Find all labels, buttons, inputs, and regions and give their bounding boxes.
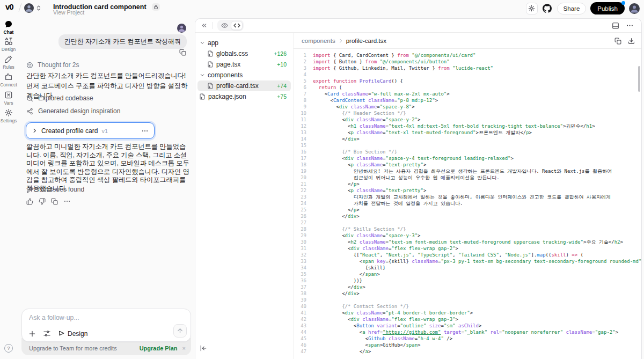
file-name: profile-card.tsx: [216, 82, 259, 90]
nodes-icon: [26, 108, 33, 115]
file-name: package.json: [208, 93, 246, 100]
divider: [19, 3, 22, 12]
upgrade-text: Upgrade to Team for more credits: [29, 345, 117, 351]
file-plus-icon: [199, 93, 206, 100]
thought-row[interactable]: Thought for 2s: [26, 61, 79, 69]
help-button[interactable]: ?: [4, 344, 13, 353]
breadcrumb-file[interactable]: profile-card.tsx: [346, 38, 386, 44]
dismiss-upgrade-button[interactable]: ×: [182, 345, 186, 351]
copy-icon[interactable]: [51, 198, 58, 205]
preview-toggle-button[interactable]: [218, 21, 230, 30]
v0-logo[interactable]: v0: [5, 2, 13, 11]
file-name: page.tsx: [216, 61, 240, 68]
breadcrumb-bar: components profile-card.tsx: [294, 33, 641, 49]
file-tree: app globals.css +126 page.tsx +10 compon…: [195, 33, 293, 359]
publish-button[interactable]: Publish: [590, 2, 625, 14]
code-line: 18 <p className="text-pretty">: [294, 162, 641, 168]
cursor-flag-icon: [58, 330, 65, 337]
code-line: 43 <Button variant="outline" size="sm" a…: [294, 323, 641, 329]
composer: Design: [21, 309, 191, 342]
tree-file-page-tsx[interactable]: page.tsx +10: [197, 59, 291, 70]
user-message-avatar: [177, 24, 186, 33]
code-line: 34 {skill}: [294, 265, 641, 271]
chat-panel: 간단한 자기소개 카드 컴포넌트 작성해줘 Thought for 2s 간단한…: [17, 16, 195, 359]
sidebar-item-settings[interactable]: Settings: [0, 108, 17, 123]
shapes-icon: [4, 37, 13, 46]
share-button[interactable]: Share: [557, 3, 587, 14]
arrow-up-icon: [177, 327, 184, 334]
variable-icon: [4, 91, 13, 99]
design-mode-button[interactable]: Design: [58, 330, 87, 338]
sidebar-label: Settings: [0, 118, 17, 123]
sidebar-item-design[interactable]: Design: [0, 37, 17, 52]
lock-icon[interactable]: [152, 3, 160, 11]
chevron-up-down-icon[interactable]: [35, 4, 42, 12]
tree-folder-components[interactable]: components: [197, 70, 291, 80]
created-profile-card-task[interactable]: Created profile card v1: [26, 122, 155, 139]
scrollbar-thumb[interactable]: [638, 66, 640, 92]
notification-dot: [621, 1, 625, 5]
ellipsis-icon[interactable]: [626, 21, 634, 30]
copy-code-icon[interactable]: [614, 38, 621, 45]
sidebar-label: Rules: [0, 64, 17, 70]
code-toggle-button[interactable]: [231, 21, 243, 30]
tree-file-package-json[interactable]: package.json +75: [197, 91, 291, 102]
code-line: 32 {["React", "Next.js", "TypeScript", "…: [294, 252, 641, 258]
code-line: 11 <div className="space-y-2">: [294, 116, 641, 123]
breadcrumb-folder[interactable]: components: [302, 38, 335, 44]
sidebar-item-chat[interactable]: Chat: [0, 20, 17, 35]
code-line: 17 <div className="space-y-4 text-foregr…: [294, 155, 641, 162]
tree-file-profile-card-tsx[interactable]: profile-card.tsx +74: [197, 80, 291, 91]
workbench-panel: app globals.css +126 page.tsx +10 compon…: [195, 18, 642, 359]
workspace-avatar[interactable]: [24, 3, 34, 13]
collapse-sidebar-button[interactable]: [201, 22, 208, 29]
view-project-link[interactable]: View Project: [53, 9, 84, 16]
step-explored-codebase[interactable]: Explored codebase: [26, 94, 93, 102]
code-line: 5export function ProfileCard() {: [294, 78, 641, 84]
folder-name: components: [208, 71, 243, 79]
code-line: 4: [294, 71, 641, 78]
followup-input[interactable]: [29, 314, 182, 325]
diff-badge: +75: [277, 93, 291, 100]
code-line: 33 <span key={skill} className="px-3 py-…: [294, 258, 641, 265]
code-line: 19 안녕하세요! 저는 사용자 경험을 최우선으로 생각하는 프론트엔드 개발…: [294, 168, 641, 174]
publish-label: Publish: [597, 5, 618, 12]
collapse-panel-button[interactable]: [200, 345, 207, 352]
send-button[interactable]: [173, 324, 187, 338]
search-icon: [26, 95, 33, 102]
diff-badge: +74: [277, 83, 291, 89]
tree-file-globals-css[interactable]: globals.css +126: [197, 48, 291, 59]
copy-message-button[interactable]: [179, 49, 186, 56]
collapse-left-icon: [200, 345, 207, 352]
github-button[interactable]: [542, 3, 553, 14]
user-avatar[interactable]: [629, 3, 640, 14]
sliders-icon[interactable]: [43, 329, 51, 338]
download-icon[interactable]: [628, 38, 635, 45]
sidebar-item-connect[interactable]: Connect: [0, 72, 17, 87]
more-icon[interactable]: [63, 197, 71, 205]
sidebar-item-rules[interactable]: Rules: [0, 55, 17, 70]
eye-icon: [221, 22, 228, 29]
step-label: Generated design inspiration: [38, 107, 120, 115]
panel-layout-icon[interactable]: [612, 22, 619, 30]
code-line: 2import { Button } from "@/components/ui…: [294, 58, 641, 65]
user-message-bubble: 간단한 자기소개 카드 컴포넌트 작성해줘: [58, 34, 187, 49]
settings-button[interactable]: [526, 3, 538, 14]
file-plus-icon: [207, 61, 214, 68]
topbar: v0 Introduction card component View Proj…: [0, 0, 644, 16]
upgrade-plan-link[interactable]: Upgrade Plan: [140, 345, 178, 351]
code-line: 31 <div className="flex flex-wrap gap-2"…: [294, 245, 641, 252]
sidebar-item-vars[interactable]: Vars: [0, 91, 17, 106]
code-line: 10 {/* Header Section */}: [294, 110, 641, 116]
step-design-inspiration[interactable]: Generated design inspiration: [26, 107, 120, 115]
tree-folder-app[interactable]: app: [197, 38, 291, 48]
code-line: 38 </div>: [294, 290, 641, 297]
thumbs-up-icon[interactable]: [26, 198, 33, 205]
code-line: 24 가치를 전달하는 것에 열정을 가지고 있습니다.: [294, 200, 641, 207]
code-line: 13 <p className="text-xl text-muted-fore…: [294, 129, 641, 136]
thumbs-down-icon[interactable]: [39, 198, 46, 205]
code-line: 42 <div className="flex flex-wrap gap-3"…: [294, 316, 641, 323]
puzzle-icon: [4, 72, 13, 81]
plus-icon[interactable]: [28, 330, 36, 338]
task-more-button[interactable]: [141, 127, 149, 135]
